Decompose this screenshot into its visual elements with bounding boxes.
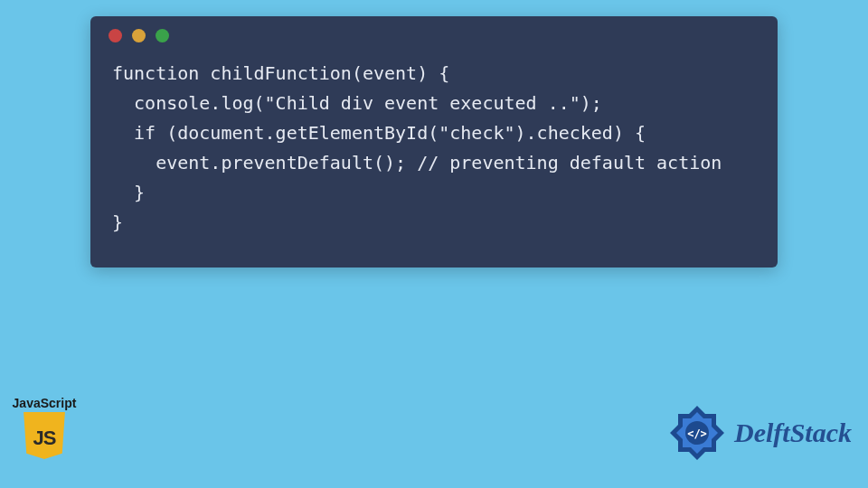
delftstack-brand: </> DelftStack bbox=[669, 405, 852, 461]
code-line: } bbox=[112, 211, 123, 233]
javascript-label: JavaScript bbox=[11, 396, 78, 410]
code-glyph-icon: </> bbox=[687, 427, 707, 440]
code-window: function childFunction(event) { console.… bbox=[90, 16, 778, 267]
maximize-icon[interactable] bbox=[156, 29, 169, 42]
brand-name: DelftStack bbox=[734, 418, 852, 448]
code-line: function childFunction(event) { bbox=[112, 62, 449, 84]
code-line: } bbox=[112, 182, 145, 203]
code-line: if (document.getElementById("check").che… bbox=[112, 122, 646, 144]
code-snippet: function childFunction(event) { console.… bbox=[90, 53, 778, 256]
javascript-badge: JavaScript JS bbox=[11, 396, 78, 459]
code-line: console.log("Child div event executed ..… bbox=[112, 92, 602, 114]
js-letters: JS bbox=[21, 427, 68, 450]
minimize-icon[interactable] bbox=[132, 29, 146, 42]
delftstack-logo-icon: </> bbox=[669, 405, 725, 461]
code-line: event.preventDefault(); // preventing de… bbox=[112, 152, 722, 174]
javascript-logo-icon: JS bbox=[21, 412, 68, 459]
close-icon[interactable] bbox=[108, 29, 122, 42]
window-controls bbox=[90, 29, 778, 53]
